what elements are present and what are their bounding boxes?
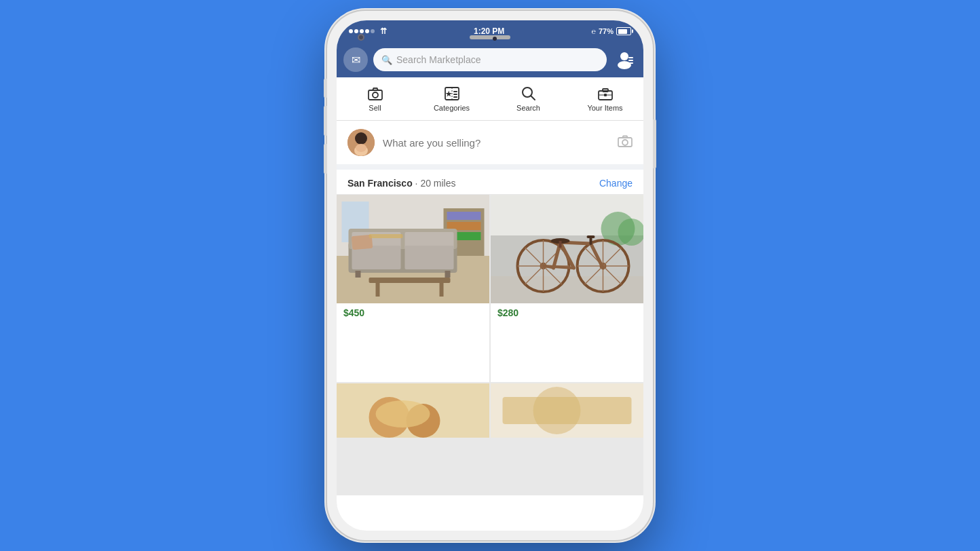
svg-rect-42 xyxy=(445,271,451,278)
product-sofa[interactable]: $450 xyxy=(337,195,489,382)
svg-rect-45 xyxy=(440,283,444,297)
battery-icon xyxy=(616,27,631,35)
svg-rect-40 xyxy=(369,234,403,238)
svg-rect-11 xyxy=(453,96,457,98)
location-city: San Francisco xyxy=(347,178,413,189)
svg-marker-8 xyxy=(445,90,451,96)
mute-button xyxy=(324,79,327,98)
change-location-button[interactable]: Change xyxy=(599,178,633,189)
tab-bar: Sell xyxy=(337,77,643,121)
power-button xyxy=(653,119,656,168)
svg-rect-29 xyxy=(447,212,481,220)
tab-your-items[interactable]: Your Items xyxy=(567,77,643,120)
sell-post-box xyxy=(337,121,643,170)
svg-point-24 xyxy=(622,140,628,145)
phone-dot xyxy=(493,37,497,41)
sofa-price: $450 xyxy=(337,303,489,324)
bluetooth-icon: ℮ xyxy=(591,27,596,35)
svg-rect-2 xyxy=(628,57,633,58)
svg-point-21 xyxy=(355,132,367,145)
product-bike[interactable]: $280 xyxy=(491,195,643,382)
phone-shell: ⇈ 1:20 PM ℮ 77% ✉ xyxy=(327,11,653,540)
volume-up-button xyxy=(324,106,327,136)
svg-rect-44 xyxy=(376,283,380,297)
tab-your-items-label: Your Items xyxy=(587,104,622,112)
search-bar[interactable]: 🔍 Search Marketplace xyxy=(373,48,607,71)
status-time: 1:20 PM xyxy=(474,26,504,36)
svg-rect-41 xyxy=(356,271,361,278)
svg-line-13 xyxy=(531,96,535,100)
volume-down-button xyxy=(324,144,327,174)
signal-dot-2 xyxy=(354,29,358,33)
svg-rect-15 xyxy=(603,89,608,92)
svg-point-77 xyxy=(376,400,430,428)
tab-categories[interactable]: Categories xyxy=(413,77,490,120)
location-distance: 20 miles xyxy=(420,178,455,189)
svg-point-22 xyxy=(356,144,366,152)
signal-dot-3 xyxy=(360,29,364,33)
search-icon: 🔍 xyxy=(381,55,392,65)
svg-rect-80 xyxy=(503,397,632,424)
signal-dot-5 xyxy=(371,29,375,33)
tab-search-label: Search xyxy=(516,104,540,112)
camera-upload-icon[interactable] xyxy=(618,134,633,151)
svg-rect-17 xyxy=(604,94,607,96)
profile-icon xyxy=(615,50,634,69)
phone-speaker xyxy=(470,35,510,39)
svg-rect-10 xyxy=(453,94,457,95)
partial-image-right xyxy=(491,383,643,438)
bike-image xyxy=(491,195,643,303)
location-bar: San Francisco · 20 miles Change xyxy=(337,170,643,195)
messenger-button[interactable]: ✉ xyxy=(343,48,368,72)
messenger-icon: ✉ xyxy=(352,54,360,66)
svg-rect-73 xyxy=(587,235,595,238)
svg-rect-9 xyxy=(453,91,457,92)
categories-icon xyxy=(444,86,460,101)
tab-sell-label: Sell xyxy=(369,104,381,112)
battery-fill xyxy=(618,29,627,34)
signal-dot-4 xyxy=(365,29,369,33)
tab-search[interactable]: Search xyxy=(490,77,567,120)
location-text: San Francisco · 20 miles xyxy=(347,178,456,189)
product-grid: $450 xyxy=(337,195,643,495)
sofa-image xyxy=(337,195,489,303)
user-avatar xyxy=(347,129,375,156)
briefcase-icon xyxy=(597,86,614,101)
wifi-icon: ⇈ xyxy=(380,26,387,36)
profile-button[interactable] xyxy=(612,48,637,72)
food-image xyxy=(337,383,489,438)
sell-input[interactable] xyxy=(383,137,609,149)
product-food-partial[interactable] xyxy=(337,383,489,438)
product-partial-right[interactable] xyxy=(491,383,643,438)
signal-dot-1 xyxy=(349,29,353,33)
camera-icon xyxy=(367,86,383,101)
svg-rect-3 xyxy=(628,60,633,61)
svg-point-0 xyxy=(620,52,628,60)
bike-price: $280 xyxy=(491,303,643,324)
phone-camera xyxy=(358,34,364,41)
nav-bar: ✉ 🔍 Search Marketplace xyxy=(337,42,643,77)
svg-rect-38 xyxy=(405,246,454,269)
search-placeholder-text: Search Marketplace xyxy=(396,54,481,65)
tab-sell[interactable]: Sell xyxy=(337,77,413,120)
svg-point-1 xyxy=(618,61,631,69)
battery-percent: 77% xyxy=(599,27,614,35)
tab-categories-label: Categories xyxy=(434,104,470,112)
svg-rect-48 xyxy=(491,276,643,303)
svg-rect-43 xyxy=(369,278,451,283)
svg-rect-4 xyxy=(628,62,633,64)
svg-rect-71 xyxy=(559,241,562,248)
search-tab-icon xyxy=(521,86,536,101)
page-background: ⇈ 1:20 PM ℮ 77% ✉ xyxy=(0,0,980,551)
svg-point-6 xyxy=(373,92,378,98)
